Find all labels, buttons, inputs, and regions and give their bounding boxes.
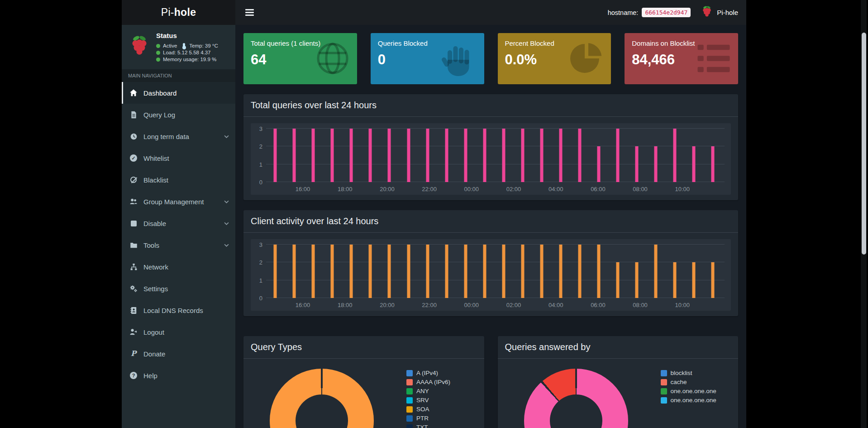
chart-bar[interactable] <box>445 245 448 298</box>
chart-bar[interactable] <box>388 129 391 182</box>
legend-item[interactable]: ANY <box>406 388 450 394</box>
chart-bar[interactable] <box>616 129 619 182</box>
chart-bar[interactable] <box>350 129 353 182</box>
chart-bar[interactable] <box>540 245 543 298</box>
chart-bar[interactable] <box>331 245 334 298</box>
chart-bar[interactable] <box>464 245 467 298</box>
chart-bar[interactable] <box>559 245 562 298</box>
chart-bar[interactable] <box>692 262 696 298</box>
legend-item[interactable]: blocklist <box>661 370 716 376</box>
sidebar-item-tools[interactable]: Tools <box>122 234 235 256</box>
sidebar-item-long-term-data[interactable]: Long term data <box>122 125 235 147</box>
legend-item[interactable]: one.one.one.one <box>661 388 716 394</box>
chart-plot-area[interactable] <box>266 245 725 298</box>
chart-bar[interactable] <box>692 146 696 182</box>
sidebar-item-logout[interactable]: Logout <box>122 321 235 343</box>
status-load-label: Load: 5.12 5.58 4.37 <box>163 50 211 55</box>
chart-bar[interactable] <box>711 146 715 182</box>
chart-bar[interactable] <box>445 129 448 182</box>
sidebar-item-network[interactable]: Network <box>122 256 235 278</box>
chart-bar[interactable] <box>369 245 372 298</box>
chart-bar[interactable] <box>293 129 296 182</box>
chart-bar[interactable] <box>654 146 658 182</box>
x-tick-label: 00:00 <box>464 302 479 308</box>
legend-item[interactable]: PTR <box>406 415 450 422</box>
sidebar-item-help[interactable]: ? Help <box>122 365 235 386</box>
scrollbar-thumb[interactable] <box>862 33 866 255</box>
chart-bar[interactable] <box>635 146 639 182</box>
sidebar-item-local-dns-records[interactable]: Local DNS Records <box>122 299 235 321</box>
panel-title: Query Types <box>243 336 484 359</box>
app-logo[interactable]: Pi-hole <box>122 0 235 25</box>
legend-item[interactable]: one.one.one.one <box>661 397 716 404</box>
sidebar-item-disable[interactable]: Disable <box>122 212 235 234</box>
legend-chip <box>406 379 413 385</box>
chart-bar[interactable] <box>483 245 486 298</box>
sidebar-item-dashboard[interactable]: Dashboard <box>122 82 235 104</box>
chart-bar[interactable] <box>521 129 524 182</box>
chart-bar[interactable] <box>388 245 391 298</box>
total-queries-chart[interactable]: 0123 16:0018:0020:0022:0000:0002:0004:00… <box>251 123 731 195</box>
sidebar-item-whitelist[interactable]: ✓ Whitelist <box>122 147 235 169</box>
chart-bar[interactable] <box>673 129 677 182</box>
legend-label: SOA <box>416 406 429 413</box>
legend-chip <box>406 424 413 428</box>
chart-bar[interactable] <box>312 245 315 298</box>
chart-bar[interactable] <box>293 245 296 298</box>
chart-bar[interactable] <box>597 146 600 182</box>
chart-bar[interactable] <box>464 129 467 182</box>
hostname-value-badge: 666154e2d947 <box>642 8 691 17</box>
sidebar-item-query-log[interactable]: Query Log <box>122 104 235 125</box>
chart-bar[interactable] <box>407 129 410 182</box>
sidebar-item-donate[interactable]: P Donate <box>122 343 235 365</box>
legend-item[interactable]: cache <box>661 379 716 385</box>
legend-item[interactable]: AAAA (IPv6) <box>406 379 450 385</box>
sidebar-toggle-button[interactable] <box>243 6 256 19</box>
chart-bar[interactable] <box>616 262 619 298</box>
query-types-donut-chart[interactable] <box>270 369 374 428</box>
chart-bar[interactable] <box>274 129 277 182</box>
chart-bar[interactable] <box>426 129 429 182</box>
chart-bar[interactable] <box>426 245 429 298</box>
chart-plot-area[interactable] <box>266 129 725 182</box>
chart-bar[interactable] <box>502 245 505 298</box>
chart-bar[interactable] <box>654 245 658 298</box>
chart-bar[interactable] <box>597 245 600 298</box>
chart-bar[interactable] <box>559 129 562 182</box>
queries-answered-donut-chart[interactable] <box>524 369 628 428</box>
client-activity-chart[interactable]: 0123 16:0018:0020:0022:0000:0002:0004:00… <box>251 239 731 311</box>
chart-bar[interactable] <box>483 129 486 182</box>
pihole-admin-window: Pi-hole hostname: 666154e2d947 <box>122 0 746 428</box>
legend-chip <box>406 415 413 422</box>
sidebar-item-settings[interactable]: Settings <box>122 278 235 299</box>
legend-item[interactable]: SOA <box>406 406 450 413</box>
legend-label: one.one.one.one <box>671 388 716 394</box>
legend-item[interactable]: SRV <box>406 397 450 404</box>
browser-scrollbar[interactable] <box>861 0 867 428</box>
chart-bar[interactable] <box>540 129 543 182</box>
chart-bar[interactable] <box>711 262 715 298</box>
chart-bar[interactable] <box>521 245 524 298</box>
sidebar-item-blacklist[interactable]: Blacklist <box>122 169 235 191</box>
card-queries-blocked: Queries Blocked 0 <box>371 33 484 84</box>
status-memory-label: Memory usage: 19.9 % <box>163 57 216 62</box>
legend-item[interactable]: TXT <box>406 424 450 428</box>
chart-bar[interactable] <box>312 129 315 182</box>
chart-bar[interactable] <box>578 245 581 298</box>
chart-bar[interactable] <box>407 245 410 298</box>
chart-bar[interactable] <box>673 262 677 298</box>
legend-label: AAAA (IPv6) <box>416 379 450 385</box>
chart-bar[interactable] <box>350 245 353 298</box>
chart-bar[interactable] <box>331 129 334 182</box>
sidebar-item-group-management[interactable]: Group Management <box>122 191 235 212</box>
chart-bar[interactable] <box>578 129 581 182</box>
status-temp-label: Temp: 39 °C <box>189 43 218 48</box>
legend-item[interactable]: A (IPv4) <box>406 370 450 376</box>
chart-bar[interactable] <box>274 245 277 298</box>
chart-bar[interactable] <box>369 129 372 182</box>
chart-bar[interactable] <box>502 129 505 182</box>
x-tick-label: 06:00 <box>591 302 606 308</box>
x-tick-label: 18:00 <box>338 302 353 308</box>
x-axis: 16:0018:0020:0022:0000:0002:0004:0006:00… <box>266 182 725 194</box>
chart-bar[interactable] <box>635 262 639 298</box>
